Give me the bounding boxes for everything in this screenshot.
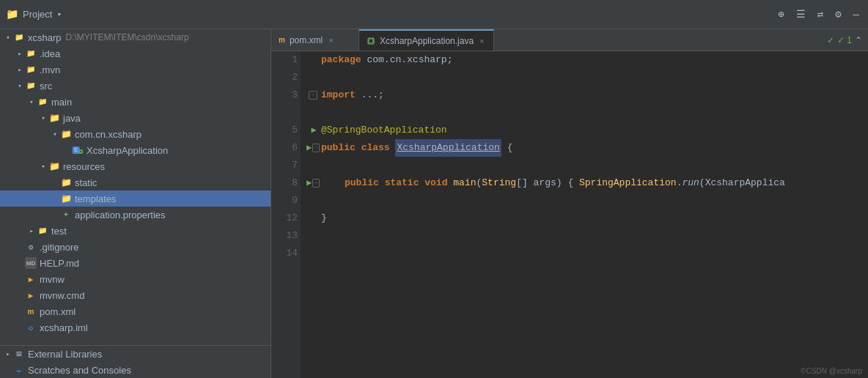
label-scratches: Scratches and Consoles [28, 365, 131, 376]
code-editor: 1 2 3 5 6 7 8 9 12 13 14 package com.cn.… [271, 51, 868, 378]
arrow-idea [15, 48, 25, 59]
run-icon-6[interactable]: ▶ [311, 122, 316, 139]
toolbar-icon-settings[interactable]: ⚙ [832, 7, 844, 22]
sidebar-item-mvnw[interactable]: ▶ mvnw [0, 271, 271, 287]
sidebar-item-pom-xml[interactable]: m pom.xml [0, 303, 271, 319]
folder-icon-src: 📁 [25, 80, 37, 92]
closing-brace: } [321, 210, 327, 227]
toolbar-icon-list[interactable]: ☰ [793, 7, 809, 22]
fold-class[interactable]: − [312, 144, 320, 152]
run-icon-9[interactable]: ▶ [306, 174, 312, 192]
ln-1: 1 [274, 51, 298, 69]
label-xcsharp-iml: xcsharp.iml [40, 322, 88, 333]
sidebar-tree: 📁 xcsharp D:\MYITEM\ITEM\csdn\xcsharp 📁 … [0, 29, 271, 345]
toolbar-icon-minimize[interactable]: — [850, 7, 862, 22]
toolbar: 📁 Project ▾ ⊕ ☰ ⇄ ⚙ — [0, 0, 868, 29]
tab-pom-xml[interactable]: m pom.xml × [271, 29, 359, 51]
arrow-test [26, 226, 37, 236]
label-test: test [51, 226, 67, 237]
code-line-1: package com.cn.xcsharp; [306, 51, 862, 69]
sidebar-item-test[interactable]: 📁 test [0, 223, 271, 239]
array-bracket: [] [516, 174, 528, 192]
label-src: src [40, 81, 52, 92]
label-gitignore: .gitignore [40, 242, 78, 253]
sidebar-item-src[interactable]: 📁 src [0, 78, 271, 94]
gutter-7: ▶ − [306, 139, 321, 157]
sidebar-item-static[interactable]: 📁 static [0, 174, 271, 190]
gutter-6: ▶ [306, 122, 321, 139]
import-dots: ...; [361, 86, 384, 104]
run-args-start: (XcsharpApplica [699, 174, 785, 192]
folder-icon-xcsharp: 📁 [13, 32, 25, 43]
run-method: run [682, 174, 699, 192]
tab-icon-pom: m [279, 36, 285, 44]
sidebar-item-application-props[interactable]: ✦ application.properties [0, 207, 271, 223]
label-mvnw: mvnw [40, 274, 65, 285]
sidebar-item-xcsharp-class[interactable]: C XcsharpApplication [0, 142, 271, 158]
spring-app-ref: SpringApplication [579, 174, 677, 192]
label-xcsharp-class: XcsharpApplication [87, 145, 168, 156]
editor-indicator: ✓ 1 [837, 35, 852, 45]
label-xcsharp: xcsharp [28, 32, 62, 43]
mvnw-icon: ▶ [25, 273, 37, 285]
toolbar-icon-collapse[interactable]: ⇄ [814, 7, 826, 22]
ln-6: 6 [274, 139, 298, 157]
kw-static: static [385, 174, 419, 192]
svg-point-5 [367, 37, 375, 45]
fold-method[interactable]: − [312, 179, 320, 188]
ln-8: 8 [274, 174, 298, 192]
arrow-src [15, 81, 25, 91]
sidebar-item-idea[interactable]: 📁 .idea [0, 45, 271, 62]
folder-icon-idea: 📁 [25, 48, 37, 59]
ln-3: 3 [274, 86, 298, 104]
arrow-mvn [15, 64, 25, 75]
sidebar-item-mvn[interactable]: 📁 .mvn [0, 62, 271, 78]
run-icon-7[interactable]: ▶ [306, 139, 312, 157]
kw-void: void [424, 174, 447, 192]
tab-close-pom[interactable]: × [327, 36, 334, 45]
sidebar-item-java[interactable]: 📁 java [0, 110, 271, 126]
sidebar-item-mvnw-cmd[interactable]: ▶ mvnw.cmd [0, 287, 271, 303]
project-dropdown-arrow[interactable]: ▾ [56, 10, 62, 19]
sidebar-item-gitignore[interactable]: ⚙ .gitignore [0, 239, 271, 255]
kw-public-1: public [321, 139, 356, 157]
tab-xcsharp-java[interactable]: XcsharpApplication.java × [359, 29, 494, 51]
tab-close-xcsharp[interactable]: × [478, 37, 485, 45]
sidebar-item-help-md[interactable]: MD HELP.md [0, 255, 271, 271]
ln-14: 14 [274, 245, 298, 262]
mvnw-cmd-icon: ▶ [25, 289, 37, 301]
editor-expand-icon[interactable]: ⌃ [855, 35, 862, 45]
label-mvnw-cmd: mvnw.cmd [40, 290, 84, 301]
sidebar-item-main[interactable]: 📁 main [0, 94, 271, 110]
tab-bar: m pom.xml × XcsharpApplication.java × ✓ … [271, 29, 868, 51]
ln-13: 13 [274, 227, 298, 245]
main-layout: 📁 xcsharp D:\MYITEM\ITEM\csdn\xcsharp 📁 … [0, 29, 868, 378]
sidebar-item-xcsharp-root[interactable]: 📁 xcsharp D:\MYITEM\ITEM\csdn\xcsharp [0, 29, 271, 45]
gutter-3: − [306, 91, 321, 100]
sidebar-item-resources[interactable]: 📁 resources [0, 158, 271, 174]
tab-label-xcsharp: XcsharpApplication.java [380, 36, 474, 46]
sidebar-item-xcsharp-iml[interactable]: ◇ xcsharp.iml [0, 319, 271, 336]
ln-9: 9 [274, 192, 298, 210]
arrow-resources [38, 161, 48, 171]
toolbar-icon-structure[interactable]: ⊕ [775, 7, 787, 22]
editor-area: m pom.xml × XcsharpApplication.java × ✓ … [271, 29, 868, 378]
sidebar-item-templates[interactable]: 📁 templates [0, 190, 271, 207]
folder-icon-package: 📁 [60, 128, 72, 140]
kw-package: package [321, 51, 361, 69]
label-java: java [63, 113, 81, 124]
sidebar-item-scratches[interactable]: ✏ Scratches and Consoles [0, 362, 271, 378]
iml-icon: ◇ [25, 322, 37, 333]
label-templates: templates [75, 193, 116, 204]
sidebar-item-external-libraries[interactable]: ⊞ External Libraries [0, 346, 271, 362]
code-content[interactable]: package com.cn.xcsharp; − import ...; [301, 51, 868, 378]
dot-run: . [677, 174, 683, 192]
arrow-xcsharp-class [62, 145, 72, 155]
arrow-java [38, 113, 48, 123]
fold-import[interactable]: − [309, 91, 317, 100]
kw-public-2: public [345, 174, 379, 192]
tab-label-pom: pom.xml [290, 35, 323, 45]
xml-icon-pom: m [25, 305, 37, 317]
sidebar-item-package[interactable]: 📁 com.cn.xcsharp [0, 126, 271, 142]
folder-icon-templates: 📁 [60, 193, 72, 204]
